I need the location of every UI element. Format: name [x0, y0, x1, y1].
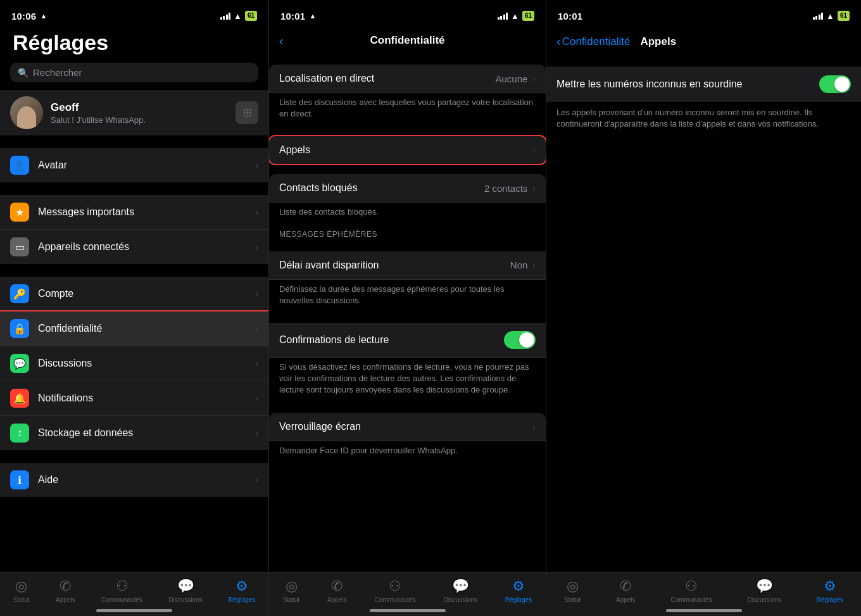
list-item-appels[interactable]: Appels › [269, 136, 546, 164]
avatar-image [10, 96, 43, 129]
communautes-label-right: Communautés [671, 596, 712, 603]
settings-row-messages-importants[interactable]: ★ Messages importants › [0, 195, 268, 230]
list-item-delai[interactable]: Délai avant disparition Non › [269, 251, 546, 280]
contacts-bloques-description: Liste des contacts bloqués. [269, 203, 546, 224]
panel-left: 10:06 ▲ ▲ 61 Réglages 🔍 Rechercher Geo [0, 0, 269, 616]
nav-appels-left[interactable]: ✆ Appels [56, 578, 75, 603]
avatar-label: Avatar [38, 160, 246, 171]
list-item-confirmations[interactable]: Confirmations de lecture [269, 323, 546, 358]
section-aide: ℹ Aide › [0, 463, 268, 497]
nav-discussions-right[interactable]: 💬 Discussions [747, 578, 781, 603]
appels-label-middle-nav: Appels [327, 596, 347, 603]
compte-label: Compte [38, 288, 246, 299]
reglages-icon-left: ⚙ [236, 578, 248, 594]
chevron-verrouillage: › [532, 422, 536, 432]
mute-setting-description: Les appels provenant d'un numéro inconnu… [546, 102, 861, 137]
statut-label-left: Statut [13, 596, 30, 603]
status-bar-right: 10:01 ▲ 61 [546, 0, 861, 28]
battery-right: 61 [838, 11, 850, 21]
nav-appels-middle[interactable]: ✆ Appels [327, 578, 347, 603]
wifi-icon-left: ▲ [234, 11, 242, 21]
signal-bar-2 [223, 16, 225, 20]
confidentialite-icon: 🔒 [10, 319, 29, 338]
nav-reglages-left[interactable]: ⚙ Réglages [229, 578, 255, 603]
section-confirmations: Confirmations de lecture Si vous désacti… [269, 323, 546, 403]
settings-row-confidentialite[interactable]: 🔒 Confidentialité › [0, 311, 268, 346]
section-contacts-bloques: Contacts bloqués 2 contacts › Liste des … [269, 174, 546, 224]
settings-row-compte[interactable]: 🔑 Compte › [0, 277, 268, 311]
settings-row-avatar[interactable]: 👤 Avatar › [0, 148, 268, 182]
localisation-label: Localisation en direct [279, 73, 495, 84]
appels-label-middle: Appels [279, 144, 532, 156]
statut-icon-middle: ◎ [286, 578, 298, 594]
chevron-contacts-bloques: › [532, 183, 536, 193]
section-verrouillage: Verrouillage écran › Demander Face ID po… [269, 413, 546, 463]
location-icon: ▲ [40, 12, 47, 20]
status-icons-middle: ▲ 61 [498, 11, 535, 21]
back-chevron-middle: ‹ [279, 34, 284, 48]
battery-middle: 61 [522, 11, 534, 21]
nav-appels-right[interactable]: ✆ Appels [616, 578, 636, 603]
list-item-contacts-bloques[interactable]: Contacts bloqués 2 contacts › [269, 174, 546, 203]
statut-icon-right: ◎ [567, 578, 579, 594]
nav-communautes-middle[interactable]: ⚇ Communautés [375, 578, 416, 603]
settings-row-stockage[interactable]: ↕ Stockage et données › [0, 416, 268, 450]
settings-row-discussions[interactable]: 💬 Discussions › [0, 346, 268, 381]
signal-bars-middle [498, 13, 508, 20]
messages-importants-label: Messages importants [38, 206, 246, 218]
delai-label: Délai avant disparition [279, 260, 510, 271]
qr-button[interactable]: ⊞ [236, 101, 258, 124]
back-button-right[interactable]: ‹ Confidentialité [556, 34, 630, 49]
stockage-label: Stockage et données [38, 427, 246, 439]
nav-reglages-middle[interactable]: ⚙ Réglages [505, 578, 532, 603]
section-messages: ★ Messages importants › ▭ Appareils conn… [0, 195, 268, 264]
nav-communautes-left[interactable]: ⚇ Communautés [101, 578, 142, 603]
search-bar[interactable]: 🔍 Rechercher [10, 63, 258, 82]
page-title-middle: Confidentialité [370, 34, 444, 47]
back-label-right: Confidentialité [562, 35, 631, 48]
communautes-label-left: Communautés [101, 596, 142, 603]
signal-bar-r4 [821, 13, 823, 20]
chevron-icon-notifications: › [255, 393, 258, 403]
discussions-nav-icon-right: 💬 [756, 578, 773, 594]
search-placeholder: Rechercher [33, 67, 82, 78]
panel-middle: 10:01 ▲ ▲ 61 ‹ Confidentialité Localisat… [269, 0, 546, 616]
status-bar-left: 10:06 ▲ ▲ 61 [0, 0, 268, 28]
reglages-label-right: Réglages [817, 596, 843, 603]
status-time-middle: 10:01 [280, 11, 305, 22]
nav-communautes-right[interactable]: ⚇ Communautés [671, 578, 712, 603]
nav-discussions-middle[interactable]: 💬 Discussions [443, 578, 477, 603]
signal-bars-left [220, 13, 231, 20]
statut-label-right: Statut [564, 596, 581, 603]
nav-statut-right[interactable]: ◎ Statut [564, 578, 581, 603]
confidentialite-label: Confidentialité [38, 323, 246, 334]
chevron-icon-discussions: › [255, 358, 258, 368]
stockage-icon: ↕ [10, 424, 29, 443]
nav-reglages-right[interactable]: ⚙ Réglages [817, 578, 843, 603]
discussions-nav-icon-middle: 💬 [452, 578, 469, 594]
compte-icon: 🔑 [10, 284, 29, 303]
list-item-verrouillage[interactable]: Verrouillage écran › [269, 413, 546, 441]
page-title: Réglages [0, 28, 268, 63]
mute-toggle[interactable] [819, 75, 851, 93]
nav-discussions-left[interactable]: 💬 Discussions [168, 578, 202, 603]
profile-row[interactable]: Geoff Salut ! J'utilise WhatsApp. ⊞ [0, 90, 268, 135]
signal-bar-1 [220, 17, 222, 20]
chevron-icon-confidentialite: › [255, 324, 258, 334]
nav-statut-left[interactable]: ◎ Statut [13, 578, 30, 603]
nav-statut-middle[interactable]: ◎ Statut [283, 578, 299, 603]
list-item-localisation[interactable]: Localisation en direct Aucune › [269, 65, 546, 93]
discussions-nav-label-right: Discussions [747, 596, 781, 603]
settings-row-appareils[interactable]: ▭ Appareils connectés › [0, 230, 268, 264]
search-icon: 🔍 [18, 68, 28, 78]
avatar-icon: 👤 [10, 156, 29, 175]
communautes-label-middle: Communautés [375, 596, 416, 603]
discussions-nav-label-middle: Discussions [443, 596, 477, 603]
chevron-icon-compte: › [255, 289, 258, 299]
settings-row-aide[interactable]: ℹ Aide › [0, 463, 268, 497]
settings-row-notifications[interactable]: 🔔 Notifications › [0, 381, 268, 416]
verrouillage-description: Demander Face ID pour déverrouiller What… [269, 441, 546, 463]
back-button-middle[interactable]: ‹ [279, 34, 284, 48]
section-ephemeres: Délai avant disparition Non › Définissez… [269, 251, 546, 313]
confirmations-toggle[interactable] [504, 331, 536, 349]
